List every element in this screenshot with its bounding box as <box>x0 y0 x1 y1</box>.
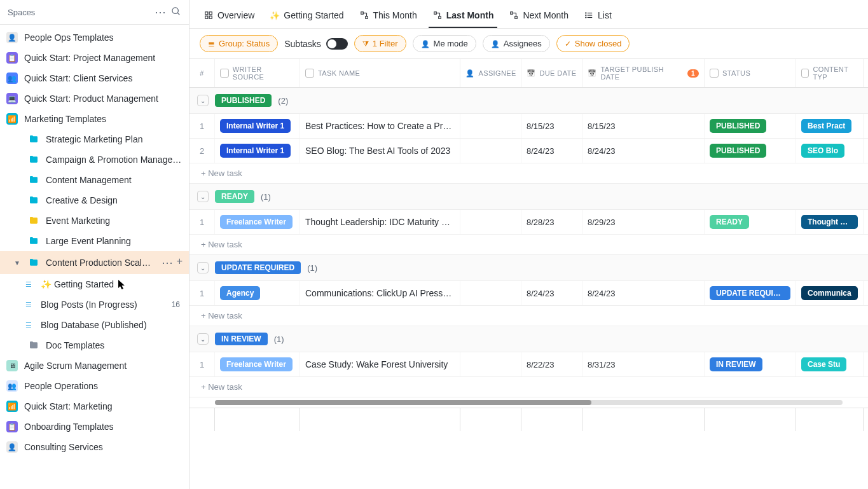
cell-writer[interactable]: Freelance Writer <box>215 210 300 234</box>
col-status[interactable]: STATUS <box>705 59 796 87</box>
cell-status[interactable]: IN REVIEW <box>705 352 796 376</box>
cell-status[interactable]: READY <box>705 210 796 234</box>
sidebar-item[interactable]: 👥People Operations <box>0 376 189 396</box>
table-row[interactable]: 2Internal Writer 1SEO Blog: The Best AI … <box>189 139 868 163</box>
group-header[interactable]: ⌄IN REVIEW(1) <box>189 326 868 352</box>
cell-writer[interactable]: Internal Writer 1 <box>215 114 300 138</box>
chevron-down-icon[interactable]: ⌄ <box>197 333 209 345</box>
tab-this-month[interactable]: This Month <box>355 5 421 28</box>
chevron-down-icon[interactable]: ⌄ <box>197 95 209 106</box>
sidebar-item[interactable]: Doc Templates <box>0 335 189 355</box>
table-row[interactable]: 1Freelance WriterCase Study: Wake Forest… <box>189 352 868 377</box>
filter-pill[interactable]: 1 Filter <box>354 35 406 52</box>
cell-content-type[interactable]: Thought Lead <box>796 210 864 234</box>
new-task-button[interactable]: + New task <box>189 235 868 255</box>
cell-due-date[interactable]: 8/15/23 <box>521 114 582 138</box>
col-assignee[interactable]: ASSIGNEE <box>460 59 521 87</box>
col-target-date[interactable]: TARGET PUBLISH DATE1 <box>582 59 705 87</box>
cell-content-type[interactable]: Communica <box>796 281 864 305</box>
new-task-button[interactable]: + New task <box>189 306 868 326</box>
cell-task-name[interactable]: Case Study: Wake Forest University <box>300 352 460 376</box>
sidebar-item[interactable]: Campaign & Promotion Manage… <box>0 149 189 170</box>
tab-getting-started[interactable]: Getting Started <box>266 5 347 28</box>
tab-list[interactable]: List <box>580 5 616 28</box>
chevron-down-icon[interactable]: ⌄ <box>197 262 209 273</box>
sidebar-item[interactable]: ☰Blog Database (Published) <box>0 315 189 335</box>
me-mode-pill[interactable]: Me mode <box>413 35 476 52</box>
cell-content-type[interactable]: Case Stu <box>796 352 864 376</box>
cell-writer[interactable]: Internal Writer 1 <box>215 139 300 163</box>
add-icon[interactable]: + <box>177 256 183 270</box>
search-icon[interactable] <box>171 6 181 18</box>
sidebar-item[interactable]: Content Management <box>0 170 189 190</box>
sidebar-item[interactable]: 👤Consulting Services <box>0 437 189 457</box>
cell-content-type[interactable]: SEO Blo <box>796 139 864 163</box>
group-header[interactable]: ⌄PUBLISHED(2) <box>189 88 868 114</box>
tab-overview[interactable]: Overview <box>200 5 258 28</box>
cell-target-date[interactable]: 8/31/23 <box>582 352 705 376</box>
cell-assignee[interactable] <box>460 210 521 234</box>
sidebar-item[interactable]: Strategic Marketing Plan <box>0 129 189 149</box>
cell-assignee[interactable] <box>460 281 521 305</box>
sidebar-item[interactable]: ☰✨ Getting Started <box>0 274 189 294</box>
sidebar-item[interactable]: 📋Quick Start: Project Management <box>0 48 189 68</box>
col-number[interactable]: # <box>189 59 215 87</box>
show-closed-pill[interactable]: Show closed <box>556 35 630 52</box>
cell-writer[interactable]: Freelance Writer <box>215 352 300 376</box>
sidebar-item[interactable]: ▼Content Production Scal…+ <box>0 251 189 274</box>
cell-status[interactable]: UPDATE REQUIRED <box>705 281 796 305</box>
table-row[interactable]: 1Internal Writer 1Best Practices: How to… <box>189 114 868 139</box>
cell-due-date[interactable]: 8/22/23 <box>521 352 582 376</box>
cell-writer[interactable]: Agency <box>215 281 300 305</box>
cell-assignee[interactable] <box>460 352 521 376</box>
chevron-down-icon[interactable]: ⌄ <box>197 191 209 202</box>
cell-target-date[interactable]: 8/24/23 <box>582 139 705 163</box>
cell-target-date[interactable]: 8/15/23 <box>582 114 705 138</box>
sidebar-item[interactable]: 🖥Agile Scrum Management <box>0 355 189 376</box>
more-icon[interactable] <box>155 5 166 19</box>
sidebar-item[interactable]: 📋Onboarding Templates <box>0 417 189 437</box>
tab-last-month[interactable]: Last Month <box>429 5 498 28</box>
cell-due-date[interactable]: 8/24/23 <box>521 281 582 305</box>
cell-task-name[interactable]: Best Practices: How to Create a Pr… <box>300 114 460 138</box>
col-due-date[interactable]: DUE DATE <box>521 59 582 87</box>
cell-assignee[interactable] <box>460 139 521 163</box>
col-writer-source[interactable]: WRITER SOURCE <box>215 59 300 87</box>
cell-target-date[interactable]: 8/29/23 <box>582 210 705 234</box>
table-row[interactable]: 1AgencyCommunications: ClickUp AI Press…… <box>189 281 868 306</box>
space-icon: 📋 <box>6 52 18 64</box>
list-icon: ☰ <box>23 279 34 290</box>
cell-task-name[interactable]: SEO Blog: The Best AI Tools of 2023 <box>300 139 460 163</box>
cell-task-name[interactable]: Thought Leadership: IDC Maturity … <box>300 210 460 234</box>
cell-task-name[interactable]: Communications: ClickUp AI Press… <box>300 281 460 305</box>
sidebar-item[interactable]: 👤People Ops Templates <box>0 27 189 48</box>
cell-target-date[interactable]: 8/24/23 <box>582 281 705 305</box>
cell-assignee[interactable] <box>460 114 521 138</box>
more-icon[interactable] <box>162 256 173 270</box>
group-header[interactable]: ⌄READY(1) <box>189 184 868 210</box>
table-row[interactable]: 1Freelance WriterThought Leadership: IDC… <box>189 210 868 235</box>
col-content-type[interactable]: CONTENT TYP <box>796 59 864 87</box>
cell-content-type[interactable]: Best Pract <box>796 114 864 138</box>
col-task-name[interactable]: TASK NAME <box>300 59 460 87</box>
cell-due-date[interactable]: 8/24/23 <box>521 139 582 163</box>
cell-due-date[interactable]: 8/28/23 <box>521 210 582 234</box>
sidebar-item[interactable]: Large Event Planning <box>0 231 189 251</box>
group-header[interactable]: ⌄UPDATE REQUIRED(1) <box>189 255 868 281</box>
assignees-pill[interactable]: Assignees <box>483 35 550 52</box>
sidebar-item[interactable]: 📶Marketing Templates <box>0 109 189 129</box>
sidebar-item[interactable]: 💻Quick Start: Product Management <box>0 88 189 109</box>
sidebar-item[interactable]: 📶Quick Start: Marketing <box>0 396 189 417</box>
cell-status[interactable]: PUBLISHED <box>705 139 796 163</box>
group-pill[interactable]: Group: Status <box>200 35 278 52</box>
new-task-button[interactable]: + New task <box>189 377 868 397</box>
sidebar-item[interactable]: Creative & Design <box>0 190 189 210</box>
sidebar-item[interactable]: ☰Blog Posts (In Progress)16 <box>0 294 189 315</box>
sidebar-item[interactable]: Event Marketing <box>0 210 189 231</box>
subtasks-toggle[interactable]: Subtasks <box>284 38 348 50</box>
cell-status[interactable]: PUBLISHED <box>705 114 796 138</box>
tab-next-month[interactable]: Next Month <box>505 5 572 28</box>
new-task-button[interactable]: + New task <box>189 163 868 184</box>
sidebar-item[interactable]: 👥Quick Start: Client Services <box>0 68 189 88</box>
horizontal-scrollbar[interactable] <box>215 400 843 405</box>
